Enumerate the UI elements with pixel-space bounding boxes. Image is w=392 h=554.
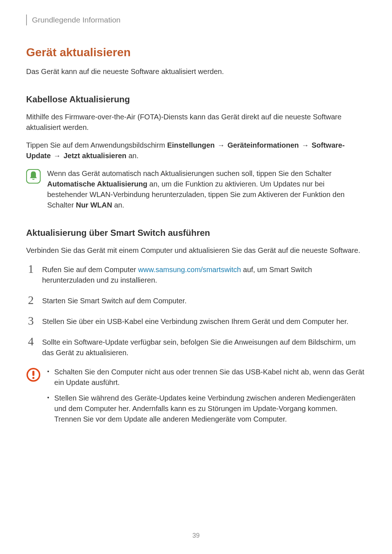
note-block: Wenn das Gerät automatisch nach Aktualis…	[26, 168, 366, 210]
subheading-wireless-update: Kabellose Aktualisierung	[26, 94, 366, 104]
path-suffix: an.	[126, 152, 138, 160]
arrow-icon: →	[51, 152, 64, 160]
bullet-dot-icon: •	[47, 367, 49, 388]
svg-rect-2	[32, 371, 34, 376]
note-text: Wenn das Gerät automatisch nach Aktualis…	[47, 168, 366, 210]
step-text: Sollte ein Software-Update verfügbar sei…	[42, 336, 366, 358]
wireless-update-paragraph: Mithilfe des Firmware-over-the-Air (FOTA…	[26, 112, 366, 133]
ordered-steps: 1 Rufen Sie auf dem Computer www.samsung…	[26, 263, 366, 358]
bullet-text: Stellen Sie während des Geräte-Updates k…	[54, 393, 366, 424]
intro-paragraph: Das Gerät kann auf die neueste Software …	[26, 66, 366, 77]
step-text: Stellen Sie über ein USB-Kabel eine Verb…	[42, 315, 348, 327]
bullet-dot-icon: •	[47, 393, 49, 424]
path-deviceinfo: Geräteinformationen	[228, 141, 299, 149]
step-number: 2	[26, 294, 36, 306]
breadcrumb-bar: Grundlegende Information	[26, 15, 366, 25]
step-item: 2 Starten Sie Smart Switch auf dem Compu…	[26, 294, 366, 306]
subheading-smartswitch: Aktualisierung über Smart Switch ausführ…	[26, 228, 366, 238]
note-seg3: an.	[112, 201, 124, 209]
step-item: 4 Sollte ein Software-Update verfügbar s…	[26, 336, 366, 358]
note-bold-wlan: Nur WLAN	[76, 201, 112, 209]
step-number: 4	[26, 336, 36, 358]
warning-content: • Schalten Sie den Computer nicht aus od…	[47, 367, 366, 430]
page-number: 39	[0, 532, 392, 539]
breadcrumb: Grundlegende Information	[32, 16, 121, 24]
path-updatenow: Jetzt aktualisieren	[64, 152, 126, 160]
step-text: Rufen Sie auf dem Computer www.samsung.c…	[42, 263, 366, 286]
note-seg1: Wenn das Gerät automatisch nach Aktualis…	[47, 169, 331, 177]
step1-a: Rufen Sie auf dem Computer	[42, 266, 138, 274]
step-number: 3	[26, 315, 36, 327]
step-item: 3 Stellen Sie über ein USB-Kabel eine Ve…	[26, 315, 366, 327]
bullet-item: • Schalten Sie den Computer nicht aus od…	[47, 367, 366, 388]
path-prefix: Tippen Sie auf dem Anwendungsbildschirm	[26, 141, 167, 149]
navigation-path: Tippen Sie auf dem Anwendungsbildschirm …	[26, 140, 366, 161]
page-title: Gerät aktualisieren	[26, 46, 366, 59]
step-item: 1 Rufen Sie auf dem Computer www.samsung…	[26, 263, 366, 286]
path-settings: Einstellungen	[167, 141, 215, 149]
note-icon	[26, 169, 41, 184]
warning-icon	[26, 368, 41, 382]
smartswitch-paragraph: Verbinden Sie das Gerät mit einem Comput…	[26, 245, 366, 256]
arrow-icon: →	[215, 141, 228, 149]
note-bold-auto: Automatische Aktualisierung	[47, 180, 147, 188]
bullet-text: Schalten Sie den Computer nicht aus oder…	[54, 367, 366, 388]
arrow-icon: →	[299, 141, 311, 149]
warning-block: • Schalten Sie den Computer nicht aus od…	[26, 367, 366, 430]
step-text: Starten Sie Smart Switch auf dem Compute…	[42, 294, 187, 306]
bullet-item: • Stellen Sie während des Geräte-Updates…	[47, 393, 366, 424]
smartswitch-link[interactable]: www.samsung.com/smartswitch	[138, 266, 241, 274]
step-number: 1	[26, 263, 36, 286]
svg-rect-3	[32, 377, 34, 379]
